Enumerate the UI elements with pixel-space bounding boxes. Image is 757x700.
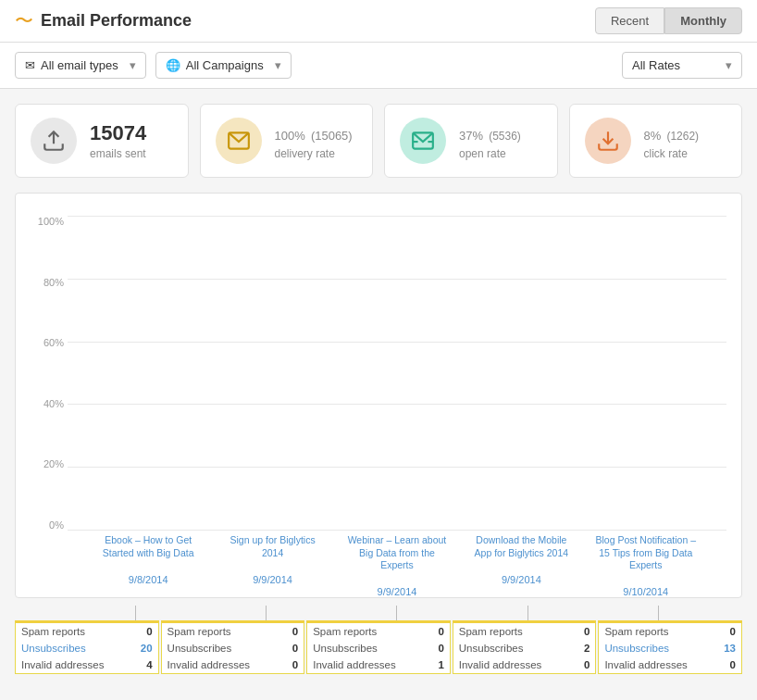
unsub-label: Unsubscribes [16, 640, 130, 656]
y-label-40: 40% [31, 398, 68, 409]
invalid-row-0: Invalid addresses 4 [16, 656, 158, 673]
invalid-count-4: 0 [714, 656, 741, 673]
chevron-down-icon: ▾ [275, 58, 281, 72]
metrics-section: 15074 emails sent 100% (15065) delivery … [0, 89, 757, 193]
click-icon [585, 118, 631, 164]
invalid-count-0: 4 [130, 656, 157, 673]
unsub-row-0: Unsubscribes 20 [16, 640, 158, 656]
click-value: 8% (1262) [644, 121, 700, 145]
invalid-row-3: Invalid addresses 0 [453, 656, 596, 673]
bar-label-0: Ebook – How to Get Started with Big Data… [97, 531, 199, 597]
recent-button[interactable]: Recent [595, 7, 664, 34]
invalid-label: Invalid addresses [307, 656, 428, 673]
email-icon: ✉ [25, 58, 35, 72]
spam-reports-row-0: Spam reports 0 [16, 623, 158, 640]
spam-row: Spam reports 0 Unsubscribes 20 Invalid a… [15, 620, 742, 674]
page-title: Email Performance [41, 11, 192, 31]
click-label: click rate [644, 147, 700, 160]
y-label-100: 100% [31, 216, 68, 227]
bar-label-4: Blog Post Notification – 15 Tips from Bi… [595, 531, 697, 597]
monthly-button[interactable]: Monthly [664, 7, 742, 34]
delivery-label: delivery rate [275, 147, 353, 160]
unsub-count-0: 20 [130, 640, 157, 656]
spam-reports-row-4: Spam reports 0 [599, 623, 741, 640]
email-type-label: All email types [41, 58, 118, 72]
filters-left: ✉ All email types ▾ 🌐 All Campaigns ▾ [15, 52, 292, 79]
delivery-value: 100% (15065) [275, 121, 353, 145]
spam-section: Spam reports 0 Unsubscribes 20 Invalid a… [0, 620, 757, 689]
spam-card-4: Spam reports 0 Unsubscribes 13 Invalid a… [598, 620, 742, 674]
unsub-count-4: 13 [714, 640, 741, 656]
invalid-label: Invalid addresses [599, 656, 713, 673]
spam-label: Spam reports [307, 623, 428, 640]
spam-count-3: 0 [574, 623, 596, 640]
campaign-label: All Campaigns [186, 58, 264, 72]
spam-count-0: 0 [130, 623, 157, 640]
delivery-icon [216, 118, 262, 164]
spam-card-2: Spam reports 0 Unsubscribes 0 Invalid ad… [306, 620, 451, 674]
metric-info-delivery: 100% (15065) delivery rate [275, 121, 353, 160]
unsub-label: Unsubscribes [162, 640, 282, 656]
spam-reports-row-1: Spam reports 0 [162, 623, 304, 640]
spam-reports-row-2: Spam reports 0 [307, 623, 450, 640]
unsub-label: Unsubscribes [307, 640, 428, 656]
invalid-row-1: Invalid addresses 0 [162, 656, 304, 673]
email-type-filter[interactable]: ✉ All email types ▾ [15, 52, 146, 79]
metric-info-open: 37% (5536) open rate [459, 121, 521, 160]
spam-card-1: Spam reports 0 Unsubscribes 0 Invalid ad… [161, 620, 305, 674]
invalid-count-1: 0 [282, 656, 304, 673]
rates-filter[interactable]: All Rates ▾ [622, 52, 742, 79]
sent-value: 15074 [90, 121, 146, 145]
spam-count-2: 0 [428, 623, 450, 640]
globe-icon: 🌐 [166, 58, 180, 72]
logo-icon: 〜 [15, 8, 33, 33]
metric-info-sent: 15074 emails sent [90, 121, 146, 160]
unsub-row-4: Unsubscribes 13 [599, 640, 741, 656]
spam-reports-row-3: Spam reports 0 [453, 623, 596, 640]
sent-label: emails sent [90, 147, 146, 160]
campaign-filter[interactable]: 🌐 All Campaigns ▾ [155, 52, 292, 79]
spam-card-3: Spam reports 0 Unsubscribes 2 Invalid ad… [453, 620, 597, 674]
spam-label: Spam reports [16, 623, 130, 640]
unsub-label: Unsubscribes [599, 640, 713, 656]
invalid-row-4: Invalid addresses 0 [599, 656, 741, 673]
connector-area [0, 606, 757, 620]
unsub-label: Unsubscribes [453, 640, 574, 656]
unsub-row-3: Unsubscribes 2 [453, 640, 596, 656]
chart-container: 0% 20% 40% 60% 80% 100% [15, 193, 742, 598]
open-value: 37% (5536) [459, 121, 521, 145]
invalid-count-2: 1 [428, 656, 450, 673]
filter-right: All Rates ▾ [622, 52, 742, 79]
spam-label: Spam reports [599, 623, 713, 640]
y-label-20: 20% [31, 458, 68, 469]
unsub-row-1: Unsubscribes 0 [162, 640, 304, 656]
metric-card-open: 37% (5536) open rate [384, 104, 558, 178]
header: 〜 Email Performance Recent Monthly [0, 0, 757, 43]
metric-card-delivery: 100% (15065) delivery rate [200, 104, 374, 178]
unsub-count-1: 0 [282, 640, 304, 656]
invalid-count-3: 0 [574, 656, 596, 673]
unsub-count-3: 2 [574, 640, 596, 656]
unsub-count-2: 0 [428, 640, 450, 656]
spam-label: Spam reports [162, 623, 282, 640]
metric-info-click: 8% (1262) click rate [644, 121, 700, 160]
spam-count-1: 0 [282, 623, 304, 640]
y-label-0: 0% [31, 519, 68, 531]
header-left: 〜 Email Performance [15, 8, 192, 33]
spam-card-0: Spam reports 0 Unsubscribes 20 Invalid a… [15, 620, 159, 674]
open-label: open rate [459, 147, 521, 160]
sent-icon [31, 118, 77, 164]
bar-label-3: Download the Mobile App for Biglytics 20… [470, 531, 572, 597]
rates-label: All Rates [632, 58, 680, 72]
bar-label-2: Webinar – Learn about Big Data from the … [346, 531, 448, 597]
unsub-row-2: Unsubscribes 0 [307, 640, 450, 656]
chart-section: 0% 20% 40% 60% 80% 100% [0, 193, 757, 606]
y-label-80: 80% [31, 277, 68, 288]
metric-card-sent: 15074 emails sent [15, 104, 189, 178]
spam-label: Spam reports [453, 623, 574, 640]
filters-bar: ✉ All email types ▾ 🌐 All Campaigns ▾ Al… [0, 43, 757, 89]
invalid-label: Invalid addresses [453, 656, 574, 673]
chevron-down-icon: ▾ [130, 58, 136, 72]
chevron-down-icon: ▾ [726, 58, 732, 72]
invalid-label: Invalid addresses [162, 656, 282, 673]
